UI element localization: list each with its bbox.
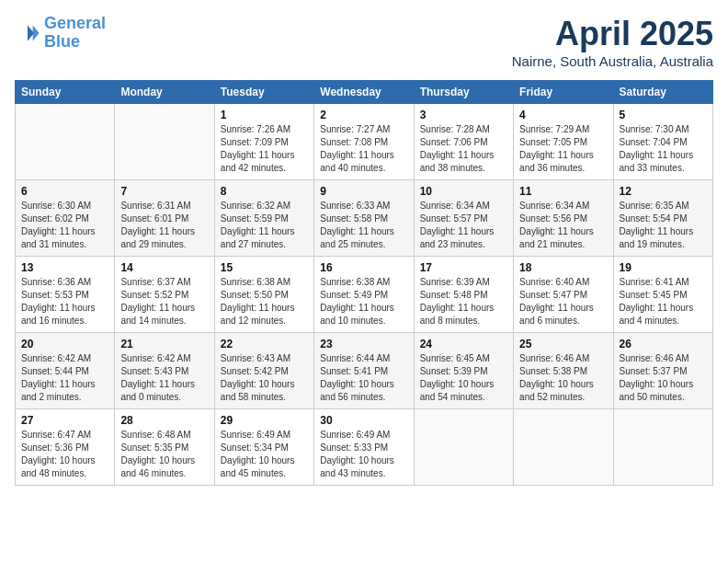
day-info: Sunrise: 7:26 AMSunset: 7:09 PMDaylight:… (221, 123, 308, 175)
day-number: 11 (519, 185, 607, 198)
calendar-table: SundayMondayTuesdayWednesdayThursdayFrid… (15, 80, 713, 486)
header-thursday: Thursday (414, 81, 513, 104)
calendar-cell: 24Sunrise: 6:45 AMSunset: 5:39 PMDayligh… (414, 333, 513, 409)
calendar-cell (514, 409, 613, 486)
calendar-cell: 14Sunrise: 6:37 AMSunset: 5:52 PMDayligh… (115, 257, 214, 333)
day-info: Sunrise: 6:36 AMSunset: 5:53 PMDaylight:… (21, 276, 108, 327)
day-info: Sunrise: 7:27 AMSunset: 7:08 PMDaylight:… (320, 123, 407, 175)
header-tuesday: Tuesday (214, 81, 313, 104)
calendar-cell: 26Sunrise: 6:46 AMSunset: 5:37 PMDayligh… (613, 333, 712, 409)
day-info: Sunrise: 6:32 AMSunset: 5:59 PMDaylight:… (221, 200, 308, 251)
day-number: 9 (320, 185, 407, 198)
calendar-cell: 27Sunrise: 6:47 AMSunset: 5:36 PMDayligh… (16, 409, 115, 486)
calendar-week-4: 20Sunrise: 6:42 AMSunset: 5:44 PMDayligh… (16, 333, 713, 409)
day-info: Sunrise: 6:49 AMSunset: 5:34 PMDaylight:… (221, 429, 308, 480)
calendar-cell: 8Sunrise: 6:32 AMSunset: 5:59 PMDaylight… (214, 180, 313, 257)
day-info: Sunrise: 6:40 AMSunset: 5:47 PMDaylight:… (519, 276, 607, 327)
day-number: 6 (21, 185, 108, 198)
calendar-cell: 23Sunrise: 6:44 AMSunset: 5:41 PMDayligh… (314, 333, 414, 409)
calendar-cell: 20Sunrise: 6:42 AMSunset: 5:44 PMDayligh… (16, 333, 115, 409)
day-number: 29 (221, 414, 308, 427)
calendar-cell: 5Sunrise: 7:30 AMSunset: 7:04 PMDaylight… (613, 104, 712, 180)
day-number: 2 (320, 109, 407, 121)
calendar-cell: 1Sunrise: 7:26 AMSunset: 7:09 PMDaylight… (214, 104, 313, 180)
day-number: 16 (320, 261, 407, 274)
day-info: Sunrise: 6:42 AMSunset: 5:43 PMDaylight:… (120, 352, 208, 404)
day-info: Sunrise: 6:35 AMSunset: 5:54 PMDaylight:… (620, 200, 707, 251)
calendar-header-row: SundayMondayTuesdayWednesdayThursdayFrid… (16, 81, 713, 104)
day-info: Sunrise: 6:41 AMSunset: 5:45 PMDaylight:… (620, 276, 707, 327)
calendar-cell: 15Sunrise: 6:38 AMSunset: 5:50 PMDayligh… (214, 257, 313, 333)
day-info: Sunrise: 6:45 AMSunset: 5:39 PMDaylight:… (420, 352, 507, 404)
calendar-cell: 16Sunrise: 6:38 AMSunset: 5:49 PMDayligh… (314, 257, 414, 333)
day-number: 27 (21, 414, 108, 427)
calendar-cell: 7Sunrise: 6:31 AMSunset: 6:01 PMDaylight… (115, 180, 214, 257)
calendar-cell: 10Sunrise: 6:34 AMSunset: 5:57 PMDayligh… (414, 180, 513, 257)
calendar-cell: 21Sunrise: 6:42 AMSunset: 5:43 PMDayligh… (115, 333, 214, 409)
calendar-cell: 9Sunrise: 6:33 AMSunset: 5:58 PMDaylight… (314, 180, 414, 257)
day-number: 5 (620, 109, 707, 121)
calendar-cell (16, 104, 115, 180)
day-info: Sunrise: 7:30 AMSunset: 7:04 PMDaylight:… (620, 123, 707, 175)
day-number: 12 (620, 185, 707, 198)
day-number: 28 (120, 414, 208, 427)
location-title: Nairne, South Australia, Australia (512, 53, 713, 69)
day-number: 13 (21, 261, 108, 274)
day-number: 19 (620, 261, 707, 274)
day-info: Sunrise: 6:46 AMSunset: 5:37 PMDaylight:… (620, 352, 707, 404)
title-block: April 2025 Nairne, South Australia, Aust… (512, 15, 713, 69)
day-number: 20 (21, 338, 108, 350)
header-saturday: Saturday (613, 81, 712, 104)
calendar-cell: 4Sunrise: 7:29 AMSunset: 7:05 PMDaylight… (514, 104, 613, 180)
calendar-cell: 13Sunrise: 6:36 AMSunset: 5:53 PMDayligh… (16, 257, 115, 333)
day-number: 18 (519, 261, 607, 274)
calendar-cell: 2Sunrise: 7:27 AMSunset: 7:08 PMDaylight… (314, 104, 414, 180)
calendar-cell: 29Sunrise: 6:49 AMSunset: 5:34 PMDayligh… (214, 409, 313, 486)
calendar-cell: 28Sunrise: 6:48 AMSunset: 5:35 PMDayligh… (115, 409, 214, 486)
calendar-cell: 25Sunrise: 6:46 AMSunset: 5:38 PMDayligh… (514, 333, 613, 409)
calendar-cell: 19Sunrise: 6:41 AMSunset: 5:45 PMDayligh… (613, 257, 712, 333)
day-info: Sunrise: 7:28 AMSunset: 7:06 PMDaylight:… (420, 123, 507, 175)
calendar-cell: 17Sunrise: 6:39 AMSunset: 5:48 PMDayligh… (414, 257, 513, 333)
day-info: Sunrise: 6:37 AMSunset: 5:52 PMDaylight:… (120, 276, 208, 327)
day-info: Sunrise: 6:38 AMSunset: 5:50 PMDaylight:… (221, 276, 308, 327)
day-info: Sunrise: 6:34 AMSunset: 5:56 PMDaylight:… (519, 200, 607, 251)
page-header: General Blue April 2025 Nairne, South Au… (15, 15, 713, 69)
day-number: 3 (420, 109, 507, 121)
day-info: Sunrise: 6:48 AMSunset: 5:35 PMDaylight:… (120, 429, 208, 480)
day-number: 14 (120, 261, 208, 274)
month-title: April 2025 (512, 15, 713, 53)
calendar-week-2: 6Sunrise: 6:30 AMSunset: 6:02 PMDaylight… (16, 180, 713, 257)
day-number: 24 (420, 338, 507, 350)
logo-text: General Blue (44, 15, 106, 52)
day-info: Sunrise: 6:39 AMSunset: 5:48 PMDaylight:… (420, 276, 507, 327)
day-info: Sunrise: 6:44 AMSunset: 5:41 PMDaylight:… (320, 352, 407, 404)
header-sunday: Sunday (16, 81, 115, 104)
day-info: Sunrise: 6:31 AMSunset: 6:01 PMDaylight:… (120, 200, 208, 251)
calendar-cell: 3Sunrise: 7:28 AMSunset: 7:06 PMDaylight… (414, 104, 513, 180)
day-number: 23 (320, 338, 407, 350)
day-info: Sunrise: 6:30 AMSunset: 6:02 PMDaylight:… (21, 200, 108, 251)
day-info: Sunrise: 6:34 AMSunset: 5:57 PMDaylight:… (420, 200, 507, 251)
day-number: 1 (221, 109, 308, 121)
logo: General Blue (15, 15, 106, 52)
day-number: 15 (221, 261, 308, 274)
day-info: Sunrise: 6:33 AMSunset: 5:58 PMDaylight:… (320, 200, 407, 251)
day-number: 30 (320, 414, 407, 427)
calendar-cell: 11Sunrise: 6:34 AMSunset: 5:56 PMDayligh… (514, 180, 613, 257)
day-info: Sunrise: 6:38 AMSunset: 5:49 PMDaylight:… (320, 276, 407, 327)
header-friday: Friday (514, 81, 613, 104)
header-wednesday: Wednesday (314, 81, 414, 104)
calendar-cell: 30Sunrise: 6:49 AMSunset: 5:33 PMDayligh… (314, 409, 414, 486)
day-number: 17 (420, 261, 507, 274)
day-number: 22 (221, 338, 308, 350)
calendar-cell: 12Sunrise: 6:35 AMSunset: 5:54 PMDayligh… (613, 180, 712, 257)
day-info: Sunrise: 6:43 AMSunset: 5:42 PMDaylight:… (221, 352, 308, 404)
day-info: Sunrise: 6:46 AMSunset: 5:38 PMDaylight:… (519, 352, 607, 404)
day-number: 10 (420, 185, 507, 198)
day-number: 21 (120, 338, 208, 350)
day-info: Sunrise: 6:47 AMSunset: 5:36 PMDaylight:… (21, 429, 108, 480)
header-monday: Monday (115, 81, 214, 104)
calendar-week-3: 13Sunrise: 6:36 AMSunset: 5:53 PMDayligh… (16, 257, 713, 333)
logo-icon (15, 20, 40, 46)
